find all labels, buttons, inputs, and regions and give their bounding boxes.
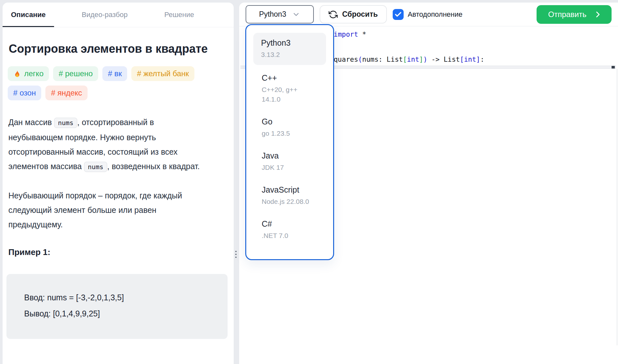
reset-icon — [329, 10, 338, 19]
vertical-scrollbar[interactable] — [617, 69, 617, 345]
inline-code-nums: nums — [54, 118, 77, 128]
chevron-down-icon — [292, 10, 300, 19]
code-line-4: def sorted_squares(nums: List[int]) -> L… — [285, 55, 618, 64]
tag-list: легко # решено # вк # желтый банк # озон… — [8, 66, 202, 100]
drag-dot — [235, 254, 237, 255]
language-name: JavaScript — [262, 185, 326, 195]
language-select-button[interactable]: Python3 — [246, 5, 314, 23]
language-version: go 1.23.5 — [262, 129, 326, 138]
autocomplete-checkbox[interactable] — [393, 9, 404, 20]
problem-title: Сортировка элементов в квадрате — [9, 41, 215, 57]
code-line-1: from typing import * — [285, 30, 618, 39]
example-title: Пример 1: — [8, 247, 234, 257]
language-option-javascript[interactable]: JavaScript Node.js 22.08.0 — [253, 185, 326, 206]
check-icon — [394, 11, 402, 18]
inline-code-nums: nums — [84, 162, 107, 172]
language-name: Python3 — [261, 38, 318, 48]
tag-yandex[interactable]: # яндекс — [45, 86, 87, 100]
language-name: Go — [262, 117, 326, 126]
language-option-python3[interactable]: Python3 3.13.2 — [253, 33, 326, 65]
language-version: JDK 17 — [262, 163, 326, 172]
language-name: C# — [262, 219, 326, 229]
submit-button[interactable]: Отправить — [537, 5, 612, 24]
example-input: Ввод: nums = [-3,-2,0,1,3,5] — [24, 289, 218, 305]
tab-description[interactable]: Описание — [3, 3, 54, 27]
editor-toolbar: Python3 Сбросить Автодополнение — [239, 3, 618, 26]
tag-ozon[interactable]: # озон — [8, 86, 41, 100]
code-line-2 — [285, 39, 618, 47]
example-block: Ввод: nums = [-3,-2,0,1,3,5] Вывод: [0,1… — [6, 274, 228, 339]
autocomplete-label: Автодополнение — [408, 10, 463, 19]
language-version: .NET 7.0 — [262, 231, 326, 241]
autocomplete-toggle[interactable]: Автодополнение — [393, 9, 463, 20]
horizontal-scrollbar-thumb[interactable] — [612, 66, 615, 68]
problem-tabs: Описание Видео-разбор Решение — [3, 3, 234, 27]
language-name: C++ — [262, 73, 326, 83]
tag-solved[interactable]: # решено — [53, 66, 98, 81]
problem-panel: Описание Видео-разбор Решение Сортировка… — [3, 3, 234, 364]
chevron-right-icon — [594, 10, 602, 19]
language-option-csharp[interactable]: C# .NET 7.0 — [253, 219, 326, 241]
language-version: 3.13.2 — [261, 50, 318, 59]
problem-description-note: Неубывающий порядок – порядок, где кажды… — [8, 188, 205, 232]
language-version: C++20, g++ 14.1.0 — [262, 85, 326, 104]
tab-solution[interactable]: Решение — [155, 3, 203, 27]
language-option-go[interactable]: Go go 1.23.5 — [253, 117, 326, 138]
flame-icon — [13, 70, 21, 78]
language-dropdown: Python3 3.13.2 C++ C++20, g++ 14.1.0 Go … — [245, 24, 334, 260]
tag-label: легко — [24, 69, 43, 78]
reset-button[interactable]: Сбросить — [320, 5, 387, 23]
submit-label: Отправить — [548, 10, 586, 19]
code-line-3 — [285, 47, 618, 55]
problem-description: Дан массив nums, отсортированный в неубы… — [8, 115, 205, 174]
drag-dot — [235, 257, 237, 258]
reset-label: Сбросить — [342, 10, 378, 19]
language-name: Java — [262, 151, 326, 160]
tag-yellow-bank[interactable]: # желтый банк — [131, 66, 194, 81]
tab-video[interactable]: Видео-разбор — [73, 3, 137, 27]
language-option-cpp[interactable]: C++ C++20, g++ 14.1.0 — [253, 73, 326, 104]
tag-vk[interactable]: # вк — [102, 66, 127, 81]
language-select-value: Python3 — [259, 10, 286, 19]
drag-dot — [235, 251, 237, 252]
example-output: Вывод: [0,1,4,9,9,25] — [24, 305, 218, 322]
language-version: Node.js 22.08.0 — [262, 197, 326, 206]
tag-difficulty-easy[interactable]: легко — [8, 66, 49, 81]
language-option-java[interactable]: Java JDK 17 — [253, 151, 326, 172]
panel-resize-handle[interactable] — [235, 251, 237, 258]
